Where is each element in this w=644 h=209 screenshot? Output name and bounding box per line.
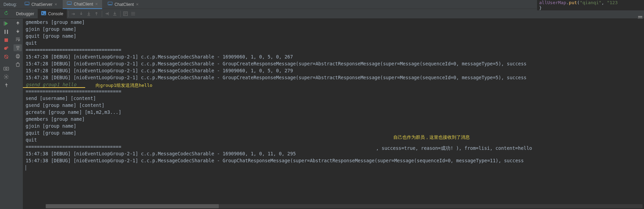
console-action-gutter <box>12 19 23 209</box>
pause-icon[interactable] <box>1 28 11 35</box>
console-line: ================================== <box>26 88 641 95</box>
close-icon[interactable]: × <box>136 2 139 7</box>
text-cursor <box>26 165 26 171</box>
scrollbar-thumb[interactable] <box>46 204 219 208</box>
code-string: "123 <box>607 0 618 5</box>
console-line: gsend [group name] [content] <box>26 102 641 109</box>
console-line: 15:47:28 [DEBUG] [nioEventLoopGroup-2-1]… <box>26 53 641 60</box>
subtab-label: Console <box>48 11 63 16</box>
svg-rect-24 <box>17 54 19 55</box>
run-config-icon <box>67 1 72 7</box>
console-line: gmembers [group name] <box>26 19 641 26</box>
up-arrow-icon[interactable] <box>14 19 22 26</box>
svg-rect-1 <box>25 4 28 5</box>
svg-rect-13 <box>7 30 8 34</box>
run-config-icon <box>108 1 113 7</box>
run-tab-label: ChatServer <box>32 2 53 7</box>
debug-toolbar: Debugger Console <box>0 9 644 19</box>
svg-point-19 <box>6 68 7 70</box>
close-icon[interactable]: × <box>95 1 98 7</box>
pin-icon[interactable] <box>1 82 11 89</box>
console-line: gjoin [group name] <box>26 122 641 129</box>
debug-label: Debug: <box>3 2 17 7</box>
run-tab-chatclient-2[interactable]: ChatClient × <box>104 0 143 9</box>
annotation-underline <box>23 87 85 88</box>
svg-rect-6 <box>41 11 46 15</box>
console-line: quit <box>26 136 641 143</box>
settings-icon[interactable] <box>1 73 11 80</box>
stop-icon[interactable] <box>1 37 11 44</box>
down-arrow-icon[interactable] <box>14 28 22 35</box>
code-method: put <box>569 0 577 5</box>
tab-debugger[interactable]: Debugger <box>12 9 38 19</box>
resume-icon[interactable] <box>1 20 11 27</box>
run-tab-chatclient-1[interactable]: ChatClient × <box>63 0 102 9</box>
console-output[interactable]: gmembers [group name] gjoin [group name]… <box>23 19 644 209</box>
svg-rect-3 <box>68 4 71 5</box>
run-tab-label: ChatClient <box>115 2 134 7</box>
console-line: send [username] [content] <box>26 95 641 102</box>
console-line: gcreate [group name] [m1,m2,m3...] <box>26 109 641 116</box>
svg-rect-11 <box>4 21 5 26</box>
console-line: 15:47:28 [DEBUG] [nioEventLoopGroup-2-1]… <box>26 60 641 67</box>
rerun-icon[interactable] <box>3 10 9 17</box>
separator <box>120 11 120 17</box>
run-to-cursor-icon[interactable] <box>111 10 119 18</box>
console-line: 15:47:38 [DEBUG] [nioEventLoopGroup-2-1]… <box>26 157 641 164</box>
drop-frame-icon[interactable] <box>104 10 111 18</box>
mute-breakpoints-icon[interactable] <box>1 53 11 60</box>
print-icon[interactable] <box>14 53 22 60</box>
svg-rect-22 <box>17 29 18 31</box>
code-identifier: allUserMap <box>539 0 566 5</box>
svg-rect-12 <box>5 30 6 34</box>
console-line: 15:47:28 [DEBUG] [nioEventLoopGroup-2-1]… <box>26 74 641 81</box>
step-into-icon[interactable] <box>78 10 85 18</box>
separator <box>102 11 102 17</box>
code-string: "qianqi" <box>580 0 601 5</box>
console-line: gmembers [group name] <box>26 116 641 122</box>
subtab-label: Debugger <box>16 11 34 16</box>
svg-point-20 <box>6 76 7 78</box>
view-breakpoints-icon[interactable] <box>1 45 11 52</box>
debug-action-sidebar <box>0 19 12 209</box>
code-peek-panel: allUserMap.put("qianqi", "123 } <box>537 0 644 10</box>
annotation-note-1: 向group1组发送消息hello <box>96 82 152 89</box>
svg-rect-8 <box>638 16 642 18</box>
run-tab-label: ChatClient <box>74 2 93 7</box>
run-config-icon <box>25 1 29 7</box>
run-tab-chatserver[interactable]: ChatServer × <box>20 0 61 9</box>
console-floating-fragment: , success=true, reason=成功! ), from=lisi,… <box>376 145 532 152</box>
camera-icon[interactable] <box>1 65 11 72</box>
close-icon[interactable]: × <box>54 2 57 7</box>
step-out-icon[interactable] <box>93 10 100 18</box>
separator <box>68 11 69 17</box>
svg-point-16 <box>6 46 8 48</box>
svg-rect-18 <box>4 67 9 70</box>
clear-icon[interactable] <box>14 61 22 68</box>
console-line: 15:47:38 [DEBUG] [nioEventLoopGroup-2-1]… <box>26 150 641 157</box>
console-line: gjoin [group name] <box>26 26 641 33</box>
svg-rect-5 <box>108 4 111 5</box>
console-line: gquit [group name] <box>26 129 641 136</box>
console-line: gquit [group name] <box>26 33 641 39</box>
svg-rect-14 <box>5 38 8 42</box>
horizontal-scrollbar[interactable] <box>46 204 643 208</box>
annotation-note-2: 自己也作为群员，这里也接收到了消息 <box>393 134 470 141</box>
tab-console[interactable]: Console <box>38 9 67 19</box>
trace-icon[interactable] <box>129 10 137 18</box>
scroll-to-end-icon[interactable] <box>14 44 22 51</box>
svg-rect-21 <box>17 23 18 25</box>
evaluate-icon[interactable] <box>122 10 129 18</box>
console-icon <box>41 11 46 16</box>
console-line: 15:47:28 [DEBUG] [nioEventLoopGroup-2-1]… <box>26 67 641 74</box>
console-line: ================================== <box>26 143 641 150</box>
soft-wrap-icon[interactable] <box>14 36 22 43</box>
console-line: ================================== <box>26 46 641 53</box>
step-over-icon[interactable] <box>70 10 78 18</box>
console-line: quit <box>26 39 641 46</box>
force-step-into-icon[interactable] <box>85 10 93 18</box>
